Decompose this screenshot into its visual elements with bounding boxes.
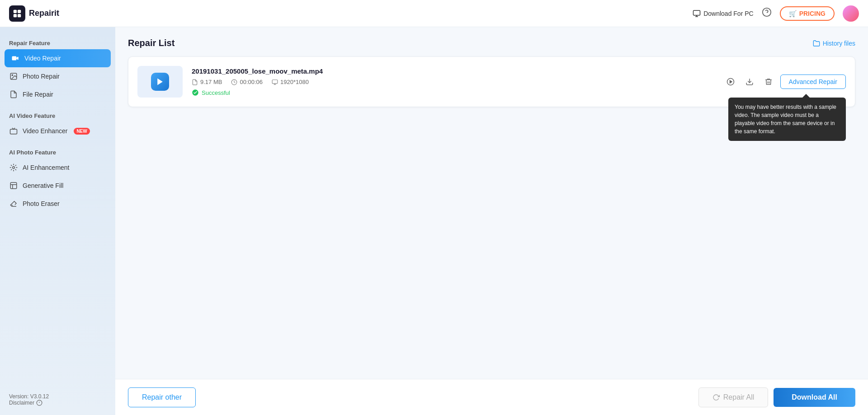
svg-marker-22 [730, 80, 732, 83]
video-enhancer-label: Video Enhancer [23, 127, 67, 135]
video-actions: Advanced Repair [723, 75, 846, 89]
svg-rect-18 [272, 79, 278, 83]
svg-rect-10 [10, 129, 17, 134]
video-filename: 20191031_205005_lose_moov_meta.mp4 [192, 67, 714, 75]
preview-button[interactable] [723, 75, 738, 89]
advanced-repair-tooltip: You may have better results with a sampl… [728, 98, 846, 141]
ai-enhancement-label: AI Enhancement [23, 164, 70, 171]
svg-rect-2 [14, 14, 17, 17]
version-text: Version: V3.0.12 [9, 393, 106, 400]
video-status: Successful [192, 89, 714, 96]
avatar[interactable] [843, 5, 859, 22]
repair-other-button[interactable]: Repair other [128, 387, 196, 407]
video-enhancer-icon [9, 126, 18, 135]
resolution-item: 1920*1080 [272, 79, 309, 85]
topbar: Repairit Download For PC 🛒 PRICING [0, 0, 868, 27]
ai-enhancement-icon [9, 163, 18, 172]
svg-marker-16 [157, 79, 163, 85]
video-repair-label: Video Repair [24, 55, 61, 62]
advanced-repair-button[interactable]: Advanced Repair [780, 75, 846, 89]
svg-rect-4 [693, 10, 700, 15]
delete-button[interactable] [761, 75, 776, 89]
app-logo: Repairit [9, 5, 59, 22]
history-files-label: History files [823, 40, 855, 47]
svg-rect-1 [18, 9, 21, 13]
help-icon[interactable] [762, 7, 772, 19]
topbar-actions: Download For PC 🛒 PRICING [693, 5, 859, 22]
file-size-item: 9.17 MB [192, 79, 222, 85]
repair-feature-label: Repair Feature [0, 36, 115, 49]
download-pc-button[interactable]: Download For PC [693, 9, 754, 18]
photo-repair-label: Photo Repair [23, 73, 60, 80]
photo-eraser-label: Photo Eraser [23, 200, 60, 207]
bottom-bar: Repair other Repair All Download All [115, 379, 868, 415]
ai-photo-feature-label: AI Photo Feature [0, 145, 115, 159]
download-all-button[interactable]: Download All [774, 388, 855, 407]
svg-rect-3 [18, 14, 21, 17]
file-size: 9.17 MB [200, 79, 222, 85]
sidebar: Repair Feature Video Repair Photo Repair [0, 27, 115, 415]
sidebar-item-photo-eraser[interactable]: Photo Eraser [0, 195, 115, 213]
file-repair-icon [9, 90, 18, 99]
repair-all-button[interactable]: Repair All [698, 387, 768, 407]
photo-repair-icon [9, 72, 18, 81]
svg-rect-0 [14, 9, 17, 13]
app-layout: Repair Feature Video Repair Photo Repair [0, 0, 868, 415]
status-text: Successful [202, 89, 230, 96]
sidebar-item-generative-fill[interactable]: Generative Fill [0, 177, 115, 195]
video-repair-icon [11, 54, 20, 63]
duration: 00:00:06 [240, 79, 263, 85]
generative-fill-label: Generative Fill [23, 182, 63, 189]
file-repair-label: File Repair [23, 91, 53, 98]
photo-eraser-icon [9, 199, 18, 208]
resolution: 1920*1080 [280, 79, 309, 85]
new-badge: NEW [74, 128, 90, 135]
repair-list-title: Repair List [128, 38, 175, 48]
repair-list-header: Repair List History files [128, 38, 855, 48]
sidebar-item-ai-enhancement[interactable]: AI Enhancement [0, 159, 115, 177]
video-meta: 9.17 MB 00:00:06 [192, 79, 714, 85]
cart-icon: 🛒 [789, 10, 797, 17]
svg-point-9 [12, 75, 13, 75]
duration-item: 00:00:06 [231, 79, 263, 85]
main-content: Repair List History files [115, 27, 868, 415]
disclaimer-link[interactable]: Disclaimer [9, 400, 106, 406]
sidebar-item-video-repair[interactable]: Video Repair [5, 49, 111, 67]
svg-point-11 [13, 167, 15, 169]
video-card: 20191031_205005_lose_moov_meta.mp4 9.17 … [128, 56, 855, 107]
bottom-right-actions: Repair All Download All [698, 387, 855, 407]
logo-icon [9, 5, 25, 22]
sidebar-item-file-repair[interactable]: File Repair [0, 85, 115, 103]
sidebar-item-video-enhancer[interactable]: Video Enhancer NEW [0, 122, 115, 140]
sidebar-item-photo-repair[interactable]: Photo Repair [0, 67, 115, 85]
pricing-button[interactable]: 🛒 PRICING [780, 6, 835, 21]
sidebar-footer: Version: V3.0.12 Disclaimer [0, 389, 115, 410]
app-name: Repairit [29, 9, 59, 18]
video-thumbnail [137, 66, 183, 98]
video-info: 20191031_205005_lose_moov_meta.mp4 9.17 … [192, 67, 714, 96]
svg-rect-7 [12, 56, 17, 61]
ai-video-feature-label: AI Video Feature [0, 109, 115, 122]
download-button[interactable] [742, 75, 757, 89]
play-icon [151, 73, 169, 91]
history-files-button[interactable]: History files [813, 40, 855, 47]
svg-rect-12 [10, 182, 17, 189]
content-area: Repair List History files [115, 27, 868, 379]
generative-fill-icon [9, 181, 18, 190]
